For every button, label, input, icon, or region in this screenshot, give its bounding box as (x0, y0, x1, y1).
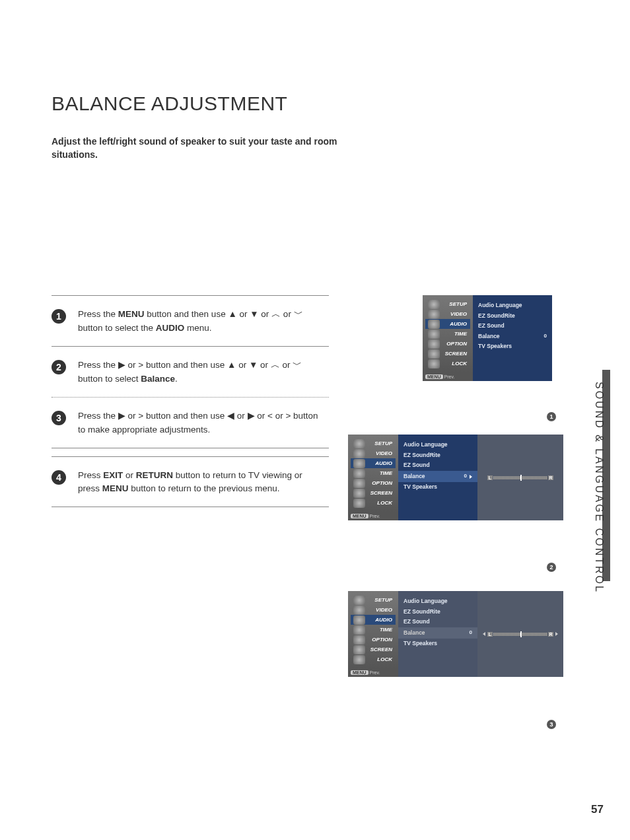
step-2: 2 Press the ▶ or > button and then use ▲… (52, 347, 329, 398)
menu-time: TIME (351, 468, 396, 478)
step-text: Press the MENU button and then use ▲ or … (78, 308, 322, 335)
menu-option: OPTION (351, 478, 396, 488)
osd-prev-bar: MENU Prev. (423, 372, 473, 381)
osd-detail: L R (477, 435, 563, 520)
panel-ez-sound: EZ Sound (403, 460, 472, 471)
menu-lock: LOCK (351, 498, 396, 508)
step-1: 1 Press the MENU button and then use ▲ o… (52, 295, 329, 347)
panel-audio-language: Audio Language (478, 300, 547, 311)
osd-screenshot-2: SETUP VIDEO AUDIO TIME OPTION SCREEN LOC… (348, 435, 563, 520)
menu-time: TIME (351, 625, 396, 635)
panel-audio-language: Audio Language (403, 440, 472, 450)
menu-setup: SETUP (351, 438, 396, 448)
menu-option: OPTION (425, 339, 470, 349)
chevron-left-icon (483, 632, 485, 636)
menu-option: OPTION (351, 635, 396, 645)
menu-screen: SCREEN (351, 488, 396, 498)
osd-prev-bar: MENU Prev. (348, 668, 398, 677)
menu-screen: SCREEN (425, 349, 470, 359)
osd-screenshot-1: SETUP VIDEO AUDIO TIME OPTION SCREEN LOC… (423, 295, 552, 381)
step-4: 4 Press EXIT or RETURN button to return … (52, 456, 329, 508)
osd-detail: L R (477, 591, 563, 677)
menu-audio: AUDIO (351, 458, 396, 468)
intro-text: Adjust the left/right sound of speaker t… (52, 135, 342, 162)
panel-balance: Balance0 (398, 471, 477, 483)
panel-ez-sound: EZ Sound (403, 617, 472, 627)
menu-video: VIDEO (351, 605, 396, 615)
page-number: 57 (591, 803, 604, 816)
menu-video: VIDEO (425, 309, 470, 319)
page-title: BALANCE ADJUSTMENT (52, 92, 580, 115)
osd-menu-column: SETUP VIDEO AUDIO TIME OPTION SCREEN LOC… (348, 591, 398, 668)
menu-setup: SETUP (351, 595, 396, 605)
panel-audio-language: Audio Language (403, 596, 472, 607)
step-text: Press EXIT or RETURN button to return to… (78, 469, 322, 497)
step-badge: 2 (52, 360, 66, 374)
panel-ez-soundrite: EZ SoundRite (403, 607, 472, 617)
osd-prev-bar: MENU Prev. (348, 512, 398, 520)
menu-screen: SCREEN (351, 645, 396, 654)
panel-tv-speakers: TV Speakers (403, 639, 472, 649)
caption-badge-2: 2 (547, 563, 556, 572)
balance-slider: L R (487, 631, 553, 637)
balance-slider: L R (487, 475, 553, 480)
step-text: Press the ▶ or > button and then use ◀ o… (78, 409, 322, 437)
osd-panel: Audio Language EZ SoundRite EZ Sound Bal… (398, 591, 477, 677)
caption-badge-3: 3 (547, 720, 556, 729)
panel-ez-sound: EZ Sound (478, 321, 547, 332)
chevron-right-icon (470, 475, 472, 479)
step-text: Press the ▶ or > button and then use ▲ o… (78, 359, 322, 386)
panel-ez-soundrite: EZ SoundRite (478, 311, 547, 322)
menu-video: VIDEO (351, 448, 396, 458)
panel-tv-speakers: TV Speakers (403, 482, 472, 493)
menu-setup: SETUP (425, 299, 470, 309)
osd-panel: Audio Language EZ SoundRite EZ Sound Bal… (398, 435, 477, 520)
step-badge: 4 (52, 470, 66, 485)
panel-balance: Balance0 (398, 627, 477, 639)
panel-tv-speakers: TV Speakers (478, 341, 547, 352)
menu-time: TIME (425, 329, 470, 339)
panel-balance: Balance0 (478, 332, 547, 342)
osd-screenshot-3: SETUP VIDEO AUDIO TIME OPTION SCREEN LOC… (348, 591, 563, 677)
step-badge: 1 (52, 309, 66, 324)
osd-menu-column: SETUP VIDEO AUDIO TIME OPTION SCREEN LOC… (423, 295, 473, 372)
panel-ez-soundrite: EZ SoundRite (403, 450, 472, 461)
osd-menu-column: SETUP VIDEO AUDIO TIME OPTION SCREEN LOC… (348, 435, 398, 512)
chevron-right-icon (555, 632, 558, 636)
step-3: 3 Press the ▶ or > button and then use ◀… (52, 398, 329, 448)
menu-audio: AUDIO (351, 615, 396, 625)
osd-panel: Audio Language EZ SoundRite EZ Sound Bal… (473, 295, 552, 381)
menu-audio: AUDIO (425, 319, 470, 329)
caption-badge-1: 1 (547, 412, 556, 421)
side-section-label: SOUND & LANGUAGE CONTROL (593, 382, 605, 594)
steps-list: 1 Press the MENU button and then use ▲ o… (52, 295, 395, 507)
menu-lock: LOCK (425, 359, 470, 368)
menu-lock: LOCK (351, 654, 396, 664)
step-badge: 3 (52, 411, 66, 425)
